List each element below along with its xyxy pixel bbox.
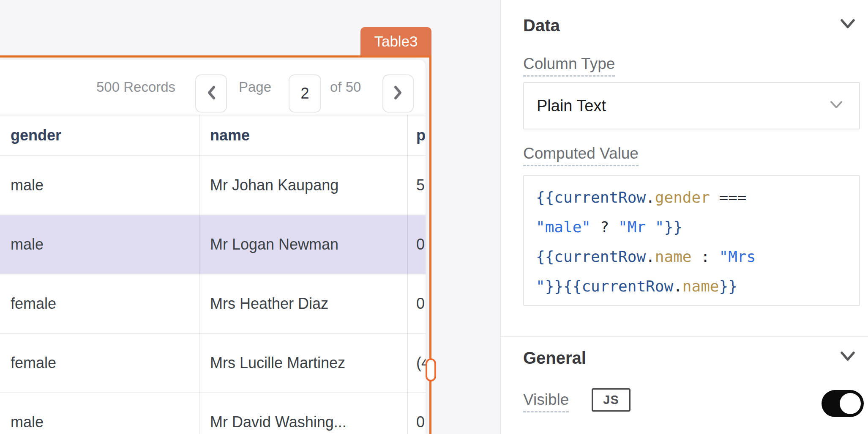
column-type-value: Plain Text <box>537 97 606 115</box>
computed-value-code-editor[interactable]: {{currentRow.gender ==="male" ? "Mr "}}{… <box>523 175 860 306</box>
chevron-down-icon <box>830 100 843 111</box>
code-line: {{currentRow.name : "Mrs <box>536 242 847 272</box>
table-pagination: 500 Records Page of 50 <box>0 60 426 115</box>
inspector-panel: Data Column Type Plain Text Computed Val… <box>501 0 868 434</box>
chevron-down-icon <box>840 351 856 364</box>
data-section-collapse-button[interactable] <box>839 18 856 32</box>
table-cell: Mr David Washing... <box>210 393 347 434</box>
table-header-row: gender name p <box>0 115 426 156</box>
table-row[interactable]: maleMr Johan Kaupang5 <box>0 156 426 215</box>
column-divider <box>199 115 200 434</box>
table-cell: 5 <box>416 156 425 214</box>
visible-toggle[interactable] <box>822 390 864 417</box>
table-cell: (4 <box>416 334 426 392</box>
table-row[interactable]: maleMr David Washing...0 <box>0 393 426 434</box>
component-tab-label: Table3 <box>374 33 418 50</box>
data-section-title: Data <box>523 16 560 35</box>
table-row[interactable]: femaleMrs Heather Diaz0 <box>0 275 426 334</box>
table-body: maleMr Johan Kaupang5maleMr Logan Newman… <box>0 156 426 434</box>
selection-border-top <box>0 55 431 58</box>
column-header-name[interactable]: name <box>210 115 250 155</box>
computed-value-label: Computed Value <box>523 145 639 166</box>
column-divider <box>407 115 408 434</box>
column-type-label: Column Type <box>523 55 615 77</box>
column-type-select[interactable]: Plain Text <box>523 82 860 129</box>
table-cell: 0 <box>416 215 425 274</box>
table-cell: 0 <box>416 393 425 434</box>
table-cell: female <box>11 334 56 392</box>
chevron-left-icon <box>206 85 216 102</box>
table-cell: female <box>11 275 56 333</box>
component-tab-table3[interactable]: Table3 <box>360 27 431 55</box>
table-cell: Mr Logan Newman <box>210 215 338 274</box>
page-label: Page <box>239 60 271 115</box>
table-cell: 0 <box>416 275 425 333</box>
table-cell: male <box>11 156 44 214</box>
prev-page-button[interactable] <box>195 74 227 113</box>
editor-canvas: Table3 500 Records Page of 50 <box>0 0 501 434</box>
table-cell: male <box>11 393 44 434</box>
section-divider <box>501 336 868 337</box>
table-cell: Mrs Heather Diaz <box>210 275 328 333</box>
table-cell: Mrs Lucille Martinez <box>210 334 345 392</box>
component-resize-handle[interactable] <box>426 358 436 382</box>
page-number-input[interactable] <box>289 74 321 113</box>
table-row[interactable]: femaleMrs Lucille Martinez(4 <box>0 334 426 393</box>
column-header-gender[interactable]: gender <box>11 115 61 155</box>
app-builder-screen: Table3 500 Records Page of 50 <box>0 0 868 434</box>
js-mode-button[interactable]: JS <box>592 388 631 412</box>
table-cell: Mr Johan Kaupang <box>210 156 338 214</box>
general-section-collapse-button[interactable] <box>839 350 856 365</box>
toggle-knob <box>840 393 861 414</box>
table-cell: male <box>11 215 44 274</box>
table-component: 500 Records Page of 50 gender name <box>0 60 426 434</box>
code-line: "}}{{currentRow.name}} <box>536 272 847 301</box>
column-header-p[interactable]: p <box>416 115 426 155</box>
js-badge-label: JS <box>603 393 619 407</box>
code-line: {{currentRow.gender === <box>536 183 847 212</box>
general-section-title: General <box>523 349 586 368</box>
table-row[interactable]: maleMr Logan Newman0 <box>0 215 426 275</box>
chevron-right-icon <box>393 85 403 102</box>
next-page-button[interactable] <box>382 74 414 113</box>
code-line: "male" ? "Mr "}} <box>536 212 847 242</box>
visible-label: Visible <box>523 391 569 412</box>
page-total-label: of 50 <box>330 60 361 115</box>
chevron-down-icon <box>840 18 856 32</box>
records-count: 500 Records <box>96 60 175 115</box>
